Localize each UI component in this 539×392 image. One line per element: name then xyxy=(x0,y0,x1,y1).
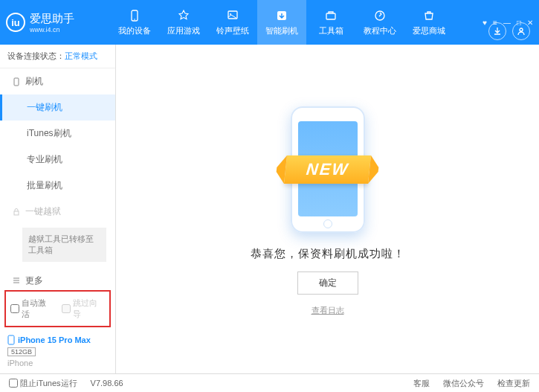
nav-icon xyxy=(372,8,387,23)
download-button[interactable] xyxy=(488,22,506,40)
nav-item-6[interactable]: 爱思商城 xyxy=(404,0,454,45)
svg-rect-10 xyxy=(8,335,14,344)
nav-icon xyxy=(127,8,142,23)
tray-icon[interactable]: ♥ xyxy=(482,19,487,27)
sidebar-item-flash-0[interactable]: 一键刷机 xyxy=(0,94,115,121)
options-highlight-box: 自动激活 跳过向导 xyxy=(4,290,111,327)
svg-point-7 xyxy=(520,28,523,31)
success-message: 恭喜您，保资料刷机成功啦！ xyxy=(251,247,405,261)
sidebar-item-flash-2[interactable]: 专业刷机 xyxy=(0,147,115,173)
nav-icon xyxy=(274,8,289,23)
main-content: NEW 恭喜您，保资料刷机成功啦！ 确定 查看日志 xyxy=(116,45,539,373)
section-more[interactable]: 更多 xyxy=(0,268,115,286)
device-name: iPhone 15 Pro Max xyxy=(18,335,91,344)
view-log-link[interactable]: 查看日志 xyxy=(312,305,344,316)
nav-item-3[interactable]: 智能刷机 xyxy=(257,0,306,45)
device-status: 设备连接状态：正常模式 xyxy=(0,45,115,68)
logo-icon: iu xyxy=(6,13,25,32)
block-itunes-checkbox[interactable]: 阻止iTunes运行 xyxy=(9,378,77,389)
confirm-button[interactable]: 确定 xyxy=(297,271,358,295)
svg-point-1 xyxy=(134,19,135,20)
user-button[interactable] xyxy=(512,22,530,40)
svg-rect-9 xyxy=(14,211,19,215)
nav-icon xyxy=(176,8,191,23)
device-storage: 512GB xyxy=(7,347,36,356)
lock-icon xyxy=(12,208,21,216)
svg-rect-5 xyxy=(326,13,335,19)
skip-guide-checkbox[interactable]: 跳过向导 xyxy=(62,298,106,320)
status-label: 设备连接状态： xyxy=(7,51,65,60)
device-icon xyxy=(7,335,15,345)
device-info[interactable]: iPhone 15 Pro Max 512GB iPhone xyxy=(0,330,115,373)
nav-item-2[interactable]: 铃声壁纸 xyxy=(208,0,257,45)
list-icon xyxy=(12,276,21,285)
nav-item-5[interactable]: 教程中心 xyxy=(355,0,404,45)
sidebar: 设备连接状态：正常模式 刷机 一键刷机iTunes刷机专业刷机批量刷机 一键越狱… xyxy=(0,45,116,373)
section-flash[interactable]: 刷机 xyxy=(0,68,115,94)
top-nav: 我的设备应用游戏铃声壁纸智能刷机工具箱教程中心爱思商城 xyxy=(110,0,482,45)
sidebar-item-flash-1[interactable]: iTunes刷机 xyxy=(0,121,115,147)
nav-icon xyxy=(225,8,240,23)
app-title: 爱思助手 xyxy=(30,12,74,26)
new-ribbon: NEW xyxy=(284,155,371,184)
nav-item-4[interactable]: 工具箱 xyxy=(306,0,355,45)
footer-link-wechat[interactable]: 微信公众号 xyxy=(443,378,484,389)
app-url: www.i4.cn xyxy=(30,26,74,33)
svg-rect-8 xyxy=(14,78,19,86)
sidebar-item-flash-3[interactable]: 批量刷机 xyxy=(0,173,115,199)
check-update-link[interactable]: 检查更新 xyxy=(497,378,530,389)
success-illustration: NEW xyxy=(254,103,402,237)
nav-icon xyxy=(323,8,338,23)
device-type: iPhone xyxy=(7,359,108,367)
footer: 阻止iTunes运行 V7.98.66 客服 微信公众号 检查更新 xyxy=(0,373,539,392)
version-label: V7.98.66 xyxy=(91,379,123,388)
phone-icon xyxy=(12,77,21,86)
jailbreak-notice: 越狱工具已转移至工具箱 xyxy=(22,228,106,262)
nav-icon xyxy=(422,8,436,23)
nav-item-0[interactable]: 我的设备 xyxy=(110,0,159,45)
auto-activate-checkbox[interactable]: 自动激活 xyxy=(10,298,54,320)
app-header: iu 爱思助手 www.i4.cn 我的设备应用游戏铃声壁纸智能刷机工具箱教程中… xyxy=(0,0,539,45)
logo-area: iu 爱思助手 www.i4.cn xyxy=(6,12,110,33)
footer-link-support[interactable]: 客服 xyxy=(413,378,430,389)
section-jailbreak: 一键越狱 xyxy=(0,199,115,225)
nav-item-1[interactable]: 应用游戏 xyxy=(159,0,208,45)
status-value: 正常模式 xyxy=(65,51,97,60)
